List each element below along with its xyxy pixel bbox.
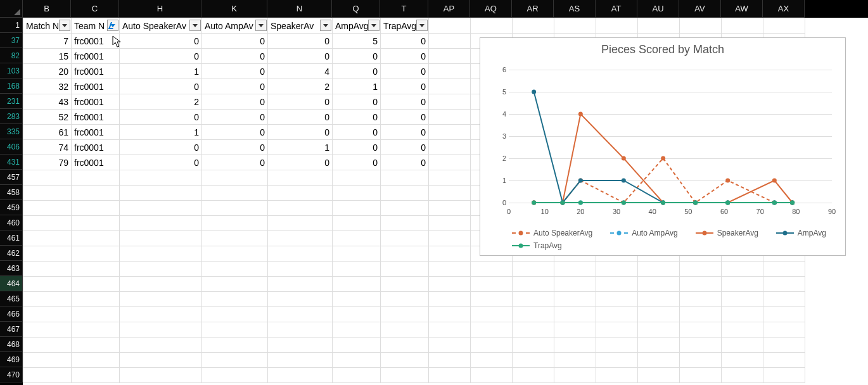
cell[interactable]: frc0001 [72,79,120,94]
cell[interactable] [513,322,554,338]
cell[interactable] [268,170,333,186]
row-header-283[interactable]: 283 [0,109,23,124]
filter-button-C[interactable] [107,20,118,31]
cell[interactable] [268,216,333,231]
row-header-465[interactable]: 465 [0,291,23,306]
cell[interactable] [471,292,513,307]
cell[interactable]: frc0001 [72,94,120,110]
cell[interactable] [763,277,805,292]
cell[interactable] [638,368,680,383]
cell[interactable] [680,277,722,292]
column-header-AR[interactable]: AR [512,0,554,18]
cell[interactable] [23,170,72,186]
cell[interactable]: frc0001 [72,125,120,140]
row-header-463[interactable]: 463 [0,261,23,276]
cell[interactable] [72,368,120,383]
cell[interactable] [268,201,333,216]
cell[interactable] [202,216,268,231]
row-header-431[interactable]: 431 [0,155,23,170]
cell[interactable]: 43 [23,94,72,110]
cell[interactable] [429,353,471,368]
header-cell-B[interactable]: Match N [23,18,72,34]
cell[interactable]: 2 [268,79,333,94]
cell[interactable] [333,277,381,292]
cell[interactable] [554,292,596,307]
cell[interactable]: 1 [268,140,333,155]
cell[interactable] [471,277,513,292]
row-header-459[interactable]: 459 [0,200,23,215]
cell[interactable] [722,292,763,307]
cell[interactable] [202,246,268,262]
cell[interactable]: 0 [120,110,202,125]
cell[interactable] [680,353,722,368]
cell[interactable] [763,292,805,307]
row-header-458[interactable]: 458 [0,185,23,200]
column-header-AT[interactable]: AT [596,0,637,18]
row-header-468[interactable]: 468 [0,337,23,352]
row-header-462[interactable]: 462 [0,246,23,261]
column-header-AX[interactable]: AX [763,0,805,18]
cell[interactable] [72,353,120,368]
cell[interactable]: 1 [333,79,381,94]
cell[interactable]: 15 [23,49,72,64]
cell[interactable] [429,64,471,79]
cell[interactable]: 0 [268,110,333,125]
row-header-406[interactable]: 406 [0,139,23,155]
cell[interactable] [722,262,763,277]
column-header-AQ[interactable]: AQ [470,0,512,18]
header-cell-C[interactable]: Team N [72,18,120,34]
cell[interactable] [596,368,638,383]
cell[interactable] [202,277,268,292]
row-header-457[interactable]: 457 [0,170,23,185]
cell[interactable]: 4 [268,64,333,79]
cell[interactable]: 0 [202,110,268,125]
column-header-C[interactable]: C [71,0,119,18]
column-header-T[interactable]: T [380,0,428,18]
cell[interactable] [763,322,805,338]
cell[interactable] [202,292,268,307]
cell[interactable]: 0 [381,64,429,79]
cell[interactable] [268,262,333,277]
cell[interactable] [202,231,268,246]
cell[interactable] [72,246,120,262]
cell[interactable] [638,307,680,322]
cell[interactable] [596,338,638,353]
cell[interactable] [72,216,120,231]
header-cell-AS[interactable] [554,18,596,34]
cell[interactable]: 1 [120,64,202,79]
cell[interactable]: 61 [23,125,72,140]
cell[interactable] [268,246,333,262]
cell[interactable] [554,307,596,322]
cell[interactable]: 0 [381,140,429,155]
cell[interactable] [429,49,471,64]
cell[interactable] [381,246,429,262]
header-cell-H[interactable]: Auto SpeakerAv [120,18,202,34]
cell[interactable] [23,353,72,368]
cell[interactable] [722,307,763,322]
cell[interactable] [333,353,381,368]
cell[interactable] [333,170,381,186]
cell[interactable] [23,277,72,292]
cell[interactable] [429,110,471,125]
cell[interactable] [429,140,471,155]
cell[interactable] [381,170,429,186]
cell[interactable] [513,262,554,277]
cell[interactable] [120,368,202,383]
cell[interactable] [202,307,268,322]
cell[interactable] [680,368,722,383]
cell[interactable] [638,292,680,307]
cell[interactable]: 0 [333,155,381,170]
cell[interactable]: 0 [381,155,429,170]
cell[interactable] [23,186,72,201]
cell[interactable] [333,292,381,307]
cell[interactable] [596,292,638,307]
cell[interactable]: 0 [333,64,381,79]
cell[interactable]: 0 [202,125,268,140]
cell[interactable] [554,368,596,383]
header-cell-AW[interactable] [722,18,763,34]
cell[interactable] [381,216,429,231]
cell[interactable] [429,170,471,186]
cell[interactable] [513,277,554,292]
cell[interactable] [120,277,202,292]
cell[interactable] [120,322,202,338]
